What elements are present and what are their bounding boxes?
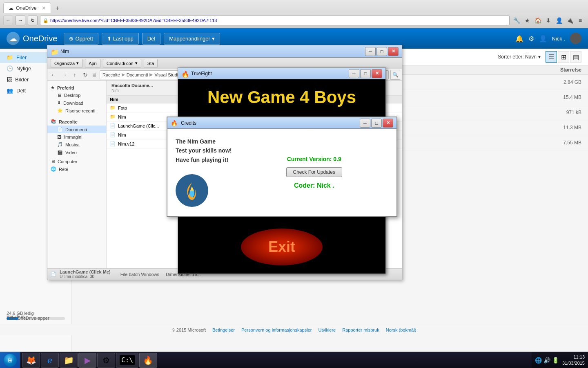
- firefox-icon: 🦊: [26, 355, 36, 365]
- create-plus-icon: ⊕: [69, 36, 74, 42]
- computer-tree-item[interactable]: 🖥 Computer: [47, 158, 106, 165]
- credits-titlebar: 🔥 Credits ─ □ ✕: [167, 117, 396, 129]
- taskbar-ie[interactable]: ℯ: [41, 353, 59, 368]
- up-nav-button[interactable]: ↑: [70, 70, 79, 79]
- burn-button[interactable]: Sta: [144, 59, 158, 68]
- folder-icon: 📁: [7, 54, 13, 61]
- statusbar-file-info: LaunchGame (Click Me) Ultima modifica: 3…: [60, 269, 111, 279]
- privacy-link[interactable]: Personvern og informasjonskapsler: [241, 328, 312, 332]
- taskbar-nim[interactable]: 🔥: [139, 353, 157, 368]
- libraries-header-item: 📚 Raccolte: [47, 118, 106, 126]
- exit-button[interactable]: Exit: [241, 229, 323, 265]
- game-title: New Game 4 Boys: [207, 88, 356, 107]
- new-tab-button[interactable]: +: [53, 3, 62, 13]
- taskbar-explorer[interactable]: 📁: [60, 353, 78, 368]
- download-button[interactable]: ⬇: [544, 16, 553, 25]
- file-preview-icon: 📄: [51, 272, 56, 277]
- browser-tabs: ☁ OneDrive ✕ +: [0, 0, 588, 13]
- list-view-button[interactable]: ☰: [546, 51, 557, 63]
- credits-maximize-button[interactable]: □: [371, 119, 382, 128]
- organize-button[interactable]: Organizza ▾: [51, 59, 82, 68]
- truefight-minimize-button[interactable]: ─: [349, 69, 359, 78]
- svg-point-1: [189, 191, 194, 197]
- search-button[interactable]: 🔍: [390, 70, 400, 80]
- home-button[interactable]: 🏠: [533, 16, 542, 25]
- back-button[interactable]: ←: [3, 16, 13, 25]
- taskbar-firefox[interactable]: 🦊: [22, 353, 40, 368]
- start-button[interactable]: ⊞: [0, 352, 20, 368]
- settings-icon[interactable]: ⚙: [528, 35, 534, 43]
- taskbar-settings[interactable]: ⚙: [97, 353, 115, 368]
- share-icon: 👥: [7, 88, 13, 94]
- onedrive-logo: ☁ OneDrive: [7, 32, 57, 45]
- user-name[interactable]: Nick .: [552, 36, 566, 42]
- developers-link[interactable]: Utviklere: [318, 328, 336, 332]
- extensions-button[interactable]: 🔌: [565, 16, 574, 25]
- manage-button[interactable]: Mappehandlinger ▾: [164, 33, 220, 45]
- language-link[interactable]: Norsk (bokmål): [386, 328, 416, 332]
- maximize-button[interactable]: □: [376, 47, 387, 56]
- immagini-tree-item[interactable]: 🖼 Immagini: [47, 133, 106, 141]
- share-button[interactable]: Condividi con ▾: [103, 59, 141, 68]
- notifications-icon[interactable]: 🔔: [515, 35, 523, 43]
- recent-icon: ⭐: [57, 108, 63, 113]
- credits-title-icon: 🔥: [171, 120, 178, 126]
- check-updates-button[interactable]: Check For Updates: [286, 167, 342, 177]
- ie-icon: ℯ: [47, 355, 52, 365]
- clock-icon: 🕒: [7, 65, 13, 72]
- grid-view-button[interactable]: ⊞: [558, 51, 569, 63]
- taskbar-cmd[interactable]: C:\: [116, 353, 138, 368]
- create-button[interactable]: ⊕ Opprett: [64, 33, 98, 45]
- desktop-tree-item[interactable]: 🖥 Desktop: [47, 92, 106, 99]
- file-icon: 📄: [110, 123, 116, 128]
- vs-icon: ▶: [85, 355, 91, 365]
- truefight-close-button[interactable]: ✕: [372, 69, 382, 78]
- address-text: https://onedrive.live.com/?cid=CBEEF3583…: [50, 18, 507, 23]
- tab-close-icon[interactable]: ✕: [42, 5, 46, 11]
- image-icon: 🖼: [7, 76, 12, 83]
- credits-minimize-button[interactable]: ─: [360, 119, 370, 128]
- documenti-tree-item[interactable]: 📄 Documenti: [47, 126, 106, 133]
- browser-chrome: ☁ OneDrive ✕ + ← → ↻ 🔒 https://onedrive.…: [0, 0, 588, 28]
- address-bar[interactable]: 🔒 https://onedrive.live.com/?cid=CBEEF35…: [40, 16, 510, 25]
- close-button[interactable]: ✕: [388, 47, 399, 56]
- download-tree-item[interactable]: ⬇ Download: [47, 99, 106, 107]
- open-button[interactable]: Apri: [85, 59, 100, 68]
- credits-close-button[interactable]: ✕: [383, 119, 393, 128]
- browser-actions: 🔧 ★ 🏠 ⬇ 👤 🔌 ≡: [512, 16, 585, 25]
- user-avatar[interactable]: [570, 33, 581, 44]
- dropdown-icon: ▾: [135, 61, 138, 66]
- taskbar-vs[interactable]: ▶: [78, 353, 96, 368]
- video-tree-item[interactable]: 🎬 Video: [47, 148, 106, 156]
- settings-icon: ⚙: [102, 355, 110, 365]
- forward-nav-button[interactable]: →: [60, 70, 69, 79]
- refresh-nav-button[interactable]: ↻: [81, 70, 90, 79]
- favorites-section: ★ Preferiti 🖥 Desktop ⬇ Download ⭐ Risor…: [47, 82, 106, 116]
- report-link[interactable]: Rapporter misbruk: [342, 328, 379, 332]
- tools-button[interactable]: 🔧: [512, 16, 521, 25]
- profile-icon[interactable]: 👤: [539, 35, 547, 43]
- detail-view-button[interactable]: ▤: [570, 51, 581, 63]
- upload-button[interactable]: ⬆ Last opp: [102, 33, 139, 45]
- musica-tree-item[interactable]: 🎵 Musica: [47, 141, 106, 148]
- minimize-button[interactable]: ─: [365, 47, 376, 56]
- delete-button[interactable]: Del: [142, 33, 161, 45]
- flame-logo: [180, 178, 204, 203]
- recent-tree-item[interactable]: ⭐ Risorse recenti: [47, 107, 106, 114]
- start-orb: ⊞: [4, 354, 17, 367]
- computer-icon: 🖥: [91, 72, 98, 78]
- forward-button[interactable]: →: [16, 16, 25, 25]
- onedrive-footer: © 2015 Microsoft Betingelser Personvern …: [0, 324, 588, 335]
- favorites-button[interactable]: ★: [523, 16, 532, 25]
- truefight-maximize-button[interactable]: □: [360, 69, 371, 78]
- sort-button[interactable]: Sorter etter: Navn ▾: [498, 54, 541, 60]
- network-tree-item[interactable]: 🌐 Rete: [47, 165, 106, 173]
- back-nav-button[interactable]: ←: [49, 70, 58, 79]
- menu-button[interactable]: ≡: [576, 16, 585, 25]
- terms-link[interactable]: Betingelser: [212, 328, 235, 332]
- refresh-button[interactable]: ↻: [28, 16, 38, 25]
- trash-link[interactable]: Papirkurv: [0, 314, 71, 319]
- nim-icon: 🔥: [143, 355, 153, 365]
- browser-tab[interactable]: ☁ OneDrive ✕: [3, 2, 51, 13]
- user-button[interactable]: 👤: [555, 16, 564, 25]
